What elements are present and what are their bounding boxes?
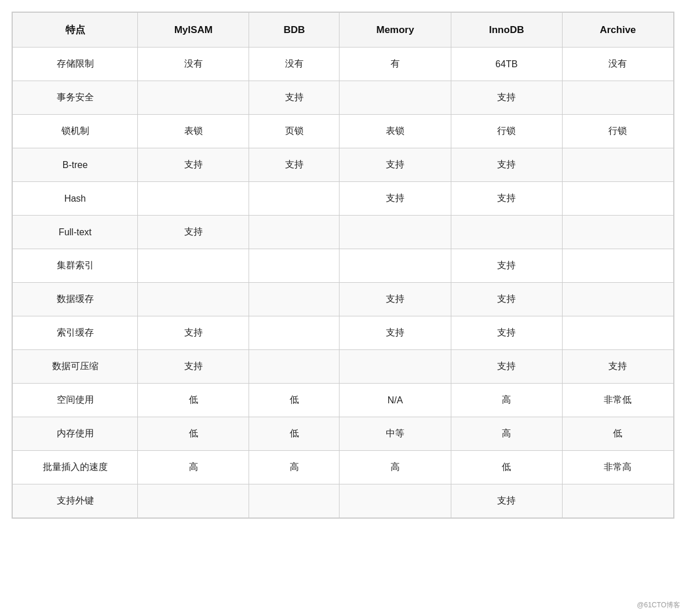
table-cell: 支持 — [451, 484, 562, 518]
table-cell: 支持 — [138, 316, 249, 350]
table-cell — [340, 350, 451, 384]
table-row: 数据缓存支持支持 — [13, 283, 674, 316]
table-cell — [340, 216, 451, 249]
table-cell: 支持 — [451, 81, 562, 115]
table-cell — [249, 249, 340, 283]
table-cell: 低 — [138, 417, 249, 451]
table-cell: 支持 — [451, 283, 562, 316]
table-cell — [562, 484, 673, 518]
table-cell — [249, 484, 340, 518]
table-cell: 支持 — [451, 148, 562, 182]
table-row: 存储限制没有没有有64TB没有 — [13, 48, 674, 81]
table-cell: 没有 — [562, 48, 673, 81]
table-cell — [340, 484, 451, 518]
table-row: Full-text支持 — [13, 216, 674, 249]
table-cell: 集群索引 — [13, 249, 138, 283]
table-row: 锁机制表锁页锁表锁行锁行锁 — [13, 115, 674, 148]
table-cell: 非常低 — [562, 384, 673, 417]
table-row: Hash支持支持 — [13, 182, 674, 216]
table-cell: 支持 — [340, 283, 451, 316]
table-row: 内存使用低低中等高低 — [13, 417, 674, 451]
table-row: 空间使用低低N/A高非常低 — [13, 384, 674, 417]
table-cell: 索引缓存 — [13, 316, 138, 350]
table-row: 索引缓存支持支持支持 — [13, 316, 674, 350]
table-cell: 数据可压缩 — [13, 350, 138, 384]
table-cell: 支持 — [562, 350, 673, 384]
table-cell: 表锁 — [340, 115, 451, 148]
table-cell — [249, 216, 340, 249]
header-row: 特点 MyISAM BDB Memory InnoDB Archive — [13, 13, 674, 48]
table-cell: 支持 — [340, 148, 451, 182]
table-cell — [451, 216, 562, 249]
table-cell: 高 — [340, 451, 451, 484]
table-cell: 高 — [249, 451, 340, 484]
table-cell: 低 — [451, 451, 562, 484]
table-cell — [562, 182, 673, 216]
table-cell: 行锁 — [562, 115, 673, 148]
table-cell: 表锁 — [138, 115, 249, 148]
table-cell — [138, 81, 249, 115]
table-body: 存储限制没有没有有64TB没有事务安全支持支持锁机制表锁页锁表锁行锁行锁B-tr… — [13, 48, 674, 518]
table-cell: 支持 — [340, 182, 451, 216]
table-cell: 支持 — [138, 350, 249, 384]
table-cell: 页锁 — [249, 115, 340, 148]
table-cell: 高 — [138, 451, 249, 484]
table-cell: 支持 — [138, 216, 249, 249]
table-cell: 支持 — [138, 148, 249, 182]
table-cell — [340, 249, 451, 283]
table-cell — [138, 182, 249, 216]
table-cell: 存储限制 — [13, 48, 138, 81]
table-cell: 低 — [249, 384, 340, 417]
table-cell: 支持外键 — [13, 484, 138, 518]
table-cell — [138, 283, 249, 316]
table-cell: 事务安全 — [13, 81, 138, 115]
table-cell: 锁机制 — [13, 115, 138, 148]
table-cell: 支持 — [451, 249, 562, 283]
table-cell — [562, 283, 673, 316]
header-archive: Archive — [562, 13, 673, 48]
table-row: 集群索引支持 — [13, 249, 674, 283]
comparison-table-wrapper: 特点 MyISAM BDB Memory InnoDB Archive 存储限制… — [12, 12, 674, 519]
table-cell: 非常高 — [562, 451, 673, 484]
table-cell: 支持 — [340, 316, 451, 350]
table-cell — [562, 249, 673, 283]
table-cell — [562, 316, 673, 350]
table-cell: 没有 — [249, 48, 340, 81]
table-cell: 支持 — [249, 148, 340, 182]
table-cell: 高 — [451, 384, 562, 417]
table-cell: 批量插入的速度 — [13, 451, 138, 484]
watermark: @61CTO博客 — [637, 600, 680, 610]
table-cell — [340, 81, 451, 115]
table-cell — [249, 283, 340, 316]
table-cell: 支持 — [249, 81, 340, 115]
header-bdb: BDB — [249, 13, 340, 48]
table-cell: B-tree — [13, 148, 138, 182]
table-cell: 低 — [138, 384, 249, 417]
table-cell: 64TB — [451, 48, 562, 81]
table-row: 数据可压缩支持支持支持 — [13, 350, 674, 384]
table-cell: Hash — [13, 182, 138, 216]
storage-engine-table: 特点 MyISAM BDB Memory InnoDB Archive 存储限制… — [12, 12, 674, 518]
table-cell: 内存使用 — [13, 417, 138, 451]
table-cell: 低 — [562, 417, 673, 451]
table-cell — [138, 249, 249, 283]
table-cell: 空间使用 — [13, 384, 138, 417]
table-row: 支持外键支持 — [13, 484, 674, 518]
table-row: 事务安全支持支持 — [13, 81, 674, 115]
table-cell — [562, 81, 673, 115]
table-cell: 低 — [249, 417, 340, 451]
header-myisam: MyISAM — [138, 13, 249, 48]
table-cell: 没有 — [138, 48, 249, 81]
table-row: B-tree支持支持支持支持 — [13, 148, 674, 182]
table-cell — [249, 350, 340, 384]
table-cell — [138, 484, 249, 518]
table-cell — [249, 316, 340, 350]
table-cell: 支持 — [451, 350, 562, 384]
header-feature: 特点 — [13, 13, 138, 48]
table-cell: 高 — [451, 417, 562, 451]
table-cell — [249, 182, 340, 216]
table-cell: Full-text — [13, 216, 138, 249]
table-cell: 行锁 — [451, 115, 562, 148]
table-row: 批量插入的速度高高高低非常高 — [13, 451, 674, 484]
table-cell — [562, 148, 673, 182]
